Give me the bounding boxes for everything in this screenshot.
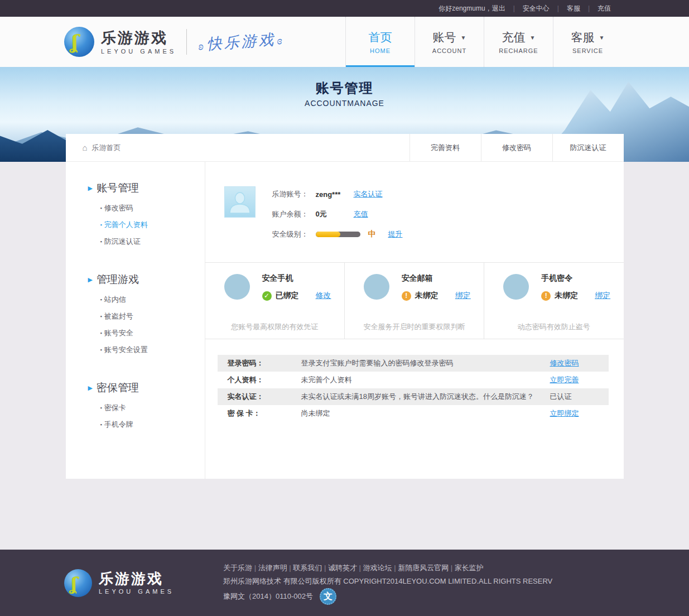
profile-section: 乐游账号： zeng*** 实名认证 账户余额： 0元 充值 安全级别： 中 提…: [205, 162, 624, 262]
sidebar-item-anti-addiction[interactable]: ▪防沉迷认证: [100, 235, 205, 248]
footer: ʆ 乐游游戏 LEYOU GAMES 关于乐游法律声明联系我们诚聘英才游戏论坛新…: [0, 550, 689, 616]
sidebar: ▶ 账号管理 ▪修改密码 ▪完善个人资料 ▪防沉迷认证 ▶ 管理游戏 ▪站内信 …: [66, 162, 205, 479]
breadcrumb[interactable]: ⌂ 乐游首页: [66, 134, 409, 161]
verified-status: 已认证: [550, 392, 572, 401]
sidebar-item-phone-token[interactable]: ▪手机令牌: [100, 418, 205, 431]
nav-recharge-sublabel: RECHARGE: [499, 47, 538, 54]
sidebar-item-secret-card[interactable]: ▪密保卡: [100, 402, 205, 414]
sidebar-item-security-settings[interactable]: ▪账号安全设置: [100, 344, 205, 356]
row-desc: 登录支付宝账户时需要输入的密码修改登录密码: [301, 358, 550, 368]
exclamation-icon: !: [541, 291, 551, 301]
tab-change-password[interactable]: 修改密码: [481, 134, 552, 161]
topbar: 你好zengmumu，退出 | 安全中心 | 客服 | 充值: [0, 0, 689, 17]
account-value: zeng***: [316, 190, 354, 199]
nav-home-sublabel: HOME: [370, 47, 391, 54]
sidebar-group-label: 管理游戏: [97, 272, 139, 287]
improve-security-link[interactable]: 提升: [388, 229, 403, 239]
recharge-link[interactable]: 充值: [598, 4, 611, 13]
sidebar-group-account[interactable]: ▶ 账号管理: [88, 181, 205, 195]
bind-now-link[interactable]: 立即绑定: [550, 409, 579, 417]
sidebar-item-change-password[interactable]: ▪修改密码: [100, 202, 205, 214]
logo[interactable]: ʆ 乐游游戏 LEYOU GAMES: [64, 27, 176, 57]
sidebar-item-account-security[interactable]: ▪账号安全: [100, 327, 205, 339]
table-row: 个人资料： 未完善个人资料 立即完善: [218, 372, 609, 388]
chevron-down-icon: ▼: [461, 35, 466, 41]
triangle-icon: ▶: [88, 276, 93, 283]
footer-link-forum[interactable]: 游戏论坛: [363, 564, 398, 572]
modify-link[interactable]: 修改: [316, 291, 331, 301]
row-desc: 尚未绑定: [301, 408, 550, 418]
table-row: 密 保 卡： 尚未绑定 立即绑定: [218, 405, 609, 422]
footer-link-contact[interactable]: 联系我们: [293, 564, 328, 572]
divider: [186, 29, 187, 55]
sidebar-group-games[interactable]: ▶ 管理游戏: [88, 272, 205, 287]
footer-links: 关于乐游法律声明联系我们诚聘英才游戏论坛新隋唐风云官网家长监护: [223, 561, 552, 575]
tab-anti-addiction[interactable]: 防沉迷认证: [552, 134, 624, 161]
card-title: 安全手机: [262, 273, 344, 283]
balance-value: 0元: [316, 209, 354, 219]
check-icon: ✓: [262, 291, 272, 301]
nav-home[interactable]: 首页 HOME: [345, 17, 415, 67]
bullet-icon: ▪: [100, 405, 102, 411]
content-wrapper: ⌂ 乐游首页 完善资料 修改密码 防沉迷认证 ▶ 账号管理 ▪修改密码 ▪完善个…: [66, 134, 624, 479]
bullet-icon: ▪: [100, 205, 102, 211]
complete-now-link[interactable]: 立即完善: [550, 376, 579, 384]
triangle-icon: ▶: [88, 384, 93, 392]
sidebar-item-site-mail[interactable]: ▪站内信: [100, 293, 205, 306]
card-caption: 您账号最高权限的有效凭证: [205, 322, 344, 332]
bind-link[interactable]: 绑定: [595, 291, 610, 301]
breadcrumb-home[interactable]: 乐游首页: [92, 143, 121, 153]
divider: |: [557, 4, 559, 12]
row-label: 实名认证：: [218, 392, 301, 402]
footer-logo: ʆ 乐游游戏 LEYOU GAMES: [64, 569, 174, 597]
copyright: 郑州乐游网络技术 有限公司版权所有 COPYRIGHT2014LEYOU.COM…: [223, 575, 552, 588]
tab-complete-profile[interactable]: 完善资料: [409, 134, 481, 161]
avatar: [224, 186, 256, 218]
account-label: 乐游账号：: [272, 189, 316, 199]
footer-link-parent[interactable]: 家长监护: [455, 564, 484, 572]
bind-status: 已绑定: [276, 291, 299, 301]
card-title: 安全邮箱: [402, 273, 484, 283]
culture-license-badge-icon: 文: [320, 588, 336, 605]
row-desc: 未完善个人资料: [301, 375, 550, 385]
balance-label: 账户余额：: [272, 209, 316, 219]
table-row: 实名认证： 未实名认证或未满18周岁账号，账号讲进入防沉迷状态。什么是防沉迷？ …: [218, 388, 609, 405]
recharge-link[interactable]: 充值: [354, 209, 368, 219]
bind-link[interactable]: 绑定: [455, 291, 471, 301]
nav-account[interactable]: 账号▼ ACCOUNT: [415, 17, 484, 67]
nav-recharge-label: 充值: [502, 30, 526, 45]
nav-recharge[interactable]: 充值▼ RECHARGE: [484, 17, 553, 67]
logout-link[interactable]: 退出: [492, 4, 505, 13]
card-caption: 动态密码有效防止盗号: [484, 322, 623, 332]
card-secure-email: 安全邮箱 ! 未绑定 绑定 安全服务开启时的重要权限判断: [344, 263, 484, 339]
nav-account-sublabel: ACCOUNT: [432, 47, 466, 54]
sidebar-group-secret[interactable]: ▶ 密保管理: [88, 381, 205, 395]
header: ʆ 乐游游戏 LEYOU GAMES 快乐游戏 首页 HOME 账号▼ ACCO…: [0, 17, 689, 67]
logo-globe-icon: ʆ: [64, 27, 94, 57]
footer-link-legal[interactable]: 法律声明: [258, 564, 293, 572]
security-center-link[interactable]: 安全中心: [523, 4, 550, 13]
nav-service[interactable]: 客服▼ SERVICE: [553, 17, 622, 67]
row-label: 密 保 卡：: [218, 408, 301, 418]
footer-link-jobs[interactable]: 诚聘英才: [328, 564, 363, 572]
row-label: 个人资料：: [218, 375, 301, 385]
sidebar-item-stolen-ban[interactable]: ▪被盗封号: [100, 310, 205, 323]
logo-flame-icon: ʆ: [70, 573, 79, 594]
token-icon: [503, 274, 529, 300]
bind-status: 未绑定: [555, 291, 578, 301]
realname-verify-link[interactable]: 实名认证: [354, 189, 383, 199]
security-level-fill: [316, 232, 340, 237]
bullet-icon: ▪: [100, 222, 102, 228]
sidebar-item-complete-profile[interactable]: ▪完善个人资料: [100, 219, 205, 231]
slogan: 快乐游戏: [197, 29, 285, 55]
bullet-icon: ▪: [100, 330, 102, 336]
bullet-icon: ▪: [100, 314, 102, 319]
customer-service-link[interactable]: 客服: [567, 4, 580, 13]
footer-link-about[interactable]: 关于乐游: [223, 564, 258, 572]
license-number: 豫网文（2014）0110-002号: [223, 590, 313, 603]
nav-account-label: 账号: [433, 30, 456, 45]
security-level-bar: [316, 232, 360, 237]
change-password-link[interactable]: 修改密码: [550, 359, 579, 367]
footer-link-game-site[interactable]: 新隋唐风云官网: [398, 564, 455, 572]
card-phone-token: 手机密令 ! 未绑定 绑定 动态密码有效防止盗号: [484, 263, 623, 339]
